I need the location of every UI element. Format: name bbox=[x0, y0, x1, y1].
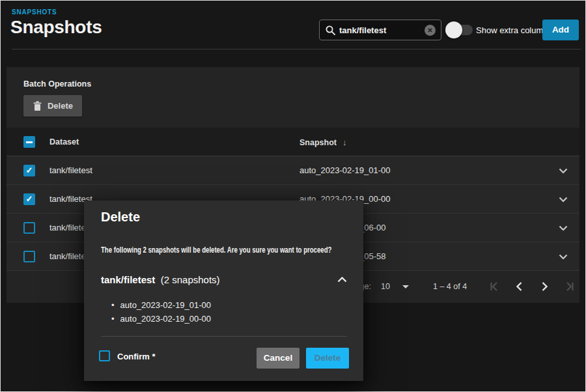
snapshot-cell: _05-58 bbox=[359, 242, 385, 270]
items-per-page-caret-icon[interactable] bbox=[402, 285, 409, 288]
page-title: Snapshots bbox=[10, 17, 102, 38]
delete-dialog: Delete The following 2 snapshots will be… bbox=[84, 201, 363, 381]
search-input[interactable] bbox=[339, 20, 416, 40]
dataset-cell: tank/filetest bbox=[49, 156, 92, 184]
search-icon bbox=[325, 25, 336, 36]
search-box[interactable]: ✕ bbox=[319, 20, 441, 40]
add-button[interactable]: Add bbox=[542, 20, 579, 40]
dialog-divider bbox=[101, 336, 347, 337]
row-checkbox[interactable]: ✓ bbox=[23, 165, 35, 176]
column-header-snapshot[interactable]: Snapshot↓ bbox=[300, 137, 346, 147]
chevron-down-icon[interactable] bbox=[559, 225, 568, 231]
batch-delete-label: Delete bbox=[48, 101, 73, 111]
previous-page-icon[interactable] bbox=[512, 279, 527, 294]
chevron-up-icon[interactable] bbox=[337, 277, 347, 283]
batch-delete-button[interactable]: Delete bbox=[23, 95, 82, 117]
row-checkbox[interactable] bbox=[23, 251, 35, 262]
first-page-icon[interactable] bbox=[487, 279, 503, 294]
dialog-title: Delete bbox=[101, 210, 140, 225]
show-extra-columns-label: Show extra columns bbox=[476, 25, 552, 35]
cancel-button[interactable]: Cancel bbox=[257, 348, 300, 369]
table-row[interactable]: ✓ tank/filetest auto_2023-02-19_01-00 bbox=[7, 156, 579, 185]
trash-icon bbox=[33, 101, 42, 111]
confirm-checkbox[interactable] bbox=[99, 350, 110, 361]
dialog-group-header[interactable]: tank/filetest (2 snapshots) bbox=[101, 274, 220, 285]
confirm-label: Confirm * bbox=[117, 352, 156, 361]
next-page-icon[interactable] bbox=[537, 279, 552, 294]
last-page-icon[interactable] bbox=[561, 279, 577, 294]
row-checkbox[interactable]: ✓ bbox=[23, 193, 35, 205]
dialog-delete-button[interactable]: Delete bbox=[306, 348, 349, 369]
sort-desc-icon[interactable]: ↓ bbox=[342, 137, 347, 147]
items-per-page-select[interactable]: 10 bbox=[381, 282, 390, 291]
chevron-down-icon[interactable] bbox=[559, 254, 568, 260]
pagination-range: 1 – 4 of 4 bbox=[433, 282, 467, 291]
clear-search-icon[interactable]: ✕ bbox=[425, 25, 436, 36]
group-snapshot-count: (2 snapshots) bbox=[161, 274, 220, 285]
chevron-down-icon[interactable] bbox=[559, 197, 568, 203]
snapshots-page: SNAPSHOTS Snapshots ✕ Show extra columns… bbox=[0, 0, 586, 392]
breadcrumb[interactable]: SNAPSHOTS bbox=[12, 8, 57, 16]
dialog-snapshot-item: auto_2023-02-19_01-00 bbox=[111, 298, 211, 312]
row-checkbox[interactable] bbox=[23, 222, 35, 234]
chevron-down-icon[interactable] bbox=[559, 168, 568, 174]
header-divider bbox=[12, 49, 581, 49]
toggle-knob[interactable] bbox=[445, 21, 462, 38]
group-dataset-name: tank/filetest bbox=[101, 274, 155, 285]
dialog-snapshot-list: auto_2023-02-19_01-00auto_2023-02-19_00-… bbox=[111, 298, 211, 326]
dialog-message: The following 2 snapshots will be delete… bbox=[101, 245, 331, 255]
column-header-dataset[interactable]: Dataset bbox=[49, 137, 79, 147]
table-header-row: Dataset Snapshot↓ bbox=[7, 128, 579, 156]
batch-operations-label: Batch Operations bbox=[23, 79, 91, 89]
snapshot-cell: _06-00 bbox=[359, 214, 385, 242]
snapshot-cell: auto_2023-02-19_01-00 bbox=[300, 156, 391, 184]
select-all-checkbox[interactable] bbox=[23, 136, 35, 148]
dialog-snapshot-item: auto_2023-02-19_00-00 bbox=[111, 312, 211, 326]
